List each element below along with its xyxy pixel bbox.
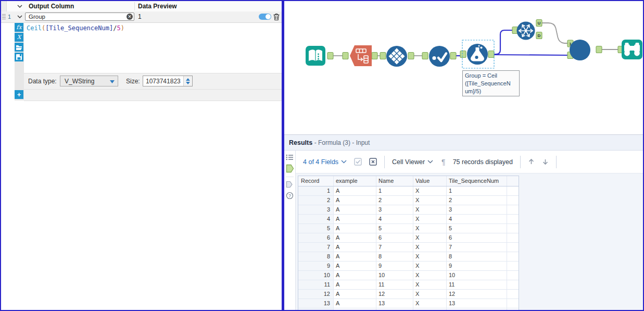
table-row[interactable]: 11A11X11 (298, 280, 519, 290)
table-cell[interactable]: 4 (298, 215, 334, 223)
profile-list-icon[interactable] (286, 154, 294, 160)
table-cell[interactable]: X (413, 224, 447, 233)
data-type-dropdown[interactable]: V_WString (60, 76, 118, 86)
table-cell[interactable] (507, 290, 519, 298)
table-cell[interactable]: 12 (298, 290, 334, 298)
table-row[interactable]: 1A1X1 (298, 186, 519, 196)
table-cell[interactable]: 3 (298, 205, 334, 214)
table-cell[interactable] (507, 262, 519, 270)
scroll-down-icon[interactable] (542, 158, 549, 165)
table-cell[interactable]: 6 (447, 233, 507, 242)
table-cell[interactable]: A (334, 233, 376, 242)
table-cell[interactable]: 11 (298, 280, 334, 289)
table-cell[interactable] (507, 252, 519, 261)
table-row[interactable]: 8A8X8 (298, 252, 519, 262)
table-row[interactable]: 9A9X9 (298, 262, 519, 271)
input-anchor[interactable] (380, 53, 386, 59)
table-cell[interactable]: 4 (447, 215, 507, 223)
table-cell[interactable]: 7 (447, 243, 507, 252)
table-cell[interactable]: X (413, 233, 447, 242)
table-row[interactable]: 10A10X10 (298, 271, 519, 280)
table-cell[interactable]: 2 (298, 196, 334, 205)
table-cell[interactable]: A (334, 299, 376, 308)
formula-annotation[interactable]: Group = Ceil ([Tile_SequenceN um]/5) (462, 70, 520, 96)
table-cell[interactable] (298, 308, 334, 310)
column-header[interactable] (507, 176, 519, 186)
table-row[interactable]: 4A4X4 (298, 215, 519, 224)
output-anchor[interactable] (372, 53, 377, 59)
size-input[interactable]: 1073741823 (143, 76, 193, 86)
table-cell[interactable]: 9 (447, 262, 507, 270)
table-row[interactable]: 7A7X7 (298, 243, 519, 252)
table-cell[interactable]: A (334, 205, 376, 214)
cancel-box-icon[interactable] (369, 158, 377, 166)
table-cell[interactable]: 12 (376, 290, 413, 298)
table-cell[interactable]: 7 (298, 243, 334, 252)
formula-output-anchor[interactable] (488, 51, 494, 58)
output-column-input[interactable]: Group ✕ (25, 13, 134, 21)
formula-input-anchor[interactable] (460, 51, 466, 58)
table-cell[interactable]: 5 (447, 224, 507, 233)
spinner-down-icon[interactable] (186, 82, 190, 84)
output-anchor[interactable] (327, 53, 333, 59)
expression-editor[interactable]: Ceil([Tile_SequenceNum]/5) (27, 24, 124, 32)
table-cell[interactable]: 3 (376, 205, 413, 214)
open-expression-icon[interactable] (15, 43, 23, 52)
table-cell[interactable]: 9 (298, 262, 334, 270)
unique-tool[interactable] (517, 22, 535, 40)
spinner-up-icon[interactable] (186, 78, 190, 81)
table-cell[interactable]: A (334, 252, 376, 261)
table-cell[interactable]: 7 (376, 243, 413, 252)
table-row[interactable]: 13A13X13 (298, 299, 519, 308)
output-anchor[interactable] (450, 53, 456, 59)
table-cell[interactable]: 2 (376, 196, 413, 205)
table-cell[interactable]: 6 (376, 233, 413, 242)
table-cell[interactable]: 5 (376, 224, 413, 233)
table-cell[interactable]: X (413, 215, 447, 223)
union-tool[interactable] (570, 40, 590, 60)
table-cell[interactable]: 1 (447, 186, 507, 195)
table-header-row[interactable]: RecordexampleNameValueTile_SequenceNum (298, 176, 519, 186)
table-cell[interactable] (376, 308, 413, 310)
column-header[interactable]: Tile_SequenceNum (447, 176, 507, 186)
browse-tool[interactable] (622, 40, 642, 59)
table-cell[interactable]: X (413, 186, 447, 195)
column-header[interactable]: Value (413, 176, 447, 186)
table-cell[interactable] (507, 186, 519, 195)
table-cell[interactable] (507, 299, 519, 308)
expression-row[interactable]: 1 Group ✕ 1 (1, 11, 282, 23)
table-cell[interactable]: 13 (376, 299, 413, 308)
table-cell[interactable] (507, 308, 519, 310)
table-cell[interactable] (507, 196, 519, 205)
table-cell[interactable] (334, 308, 376, 310)
wire-formula-union[interactable] (494, 55, 569, 55)
collapse-all-chevron-icon[interactable] (17, 5, 22, 8)
table-cell[interactable]: 1 (298, 186, 334, 195)
cell-viewer-dropdown[interactable]: Cell Viewer (392, 158, 433, 166)
table-cell[interactable] (507, 280, 519, 289)
table-cell[interactable]: A (334, 271, 376, 280)
table-cell[interactable]: 8 (376, 252, 413, 261)
variables-icon[interactable]: X (15, 33, 23, 42)
table-cell[interactable]: X (413, 271, 447, 280)
delete-row-trash-icon[interactable] (273, 13, 280, 21)
save-expression-icon[interactable] (15, 53, 23, 61)
table-cell[interactable]: A (334, 224, 376, 233)
transpose-tool[interactable] (350, 45, 372, 66)
table-cell[interactable]: X (413, 280, 447, 289)
table-cell[interactable]: 10 (447, 271, 507, 280)
tile-tool[interactable] (386, 46, 407, 67)
column-header[interactable]: example (334, 176, 376, 186)
metadata-icon[interactable] (286, 181, 294, 188)
table-cell[interactable]: X (413, 196, 447, 205)
table-cell[interactable]: 8 (447, 252, 507, 261)
drag-grip-icon[interactable] (2, 14, 6, 19)
table-cell[interactable] (507, 271, 519, 280)
table-cell[interactable]: 12 (447, 290, 507, 298)
workflow-canvas[interactable]: U D 1 (284, 1, 643, 134)
table-row[interactable]: 3A3X3 (298, 205, 519, 215)
output-anchor[interactable] (408, 53, 414, 59)
table-cell[interactable]: X (413, 205, 447, 214)
table-cell[interactable]: 8 (298, 252, 334, 261)
select-tool[interactable] (429, 46, 450, 67)
